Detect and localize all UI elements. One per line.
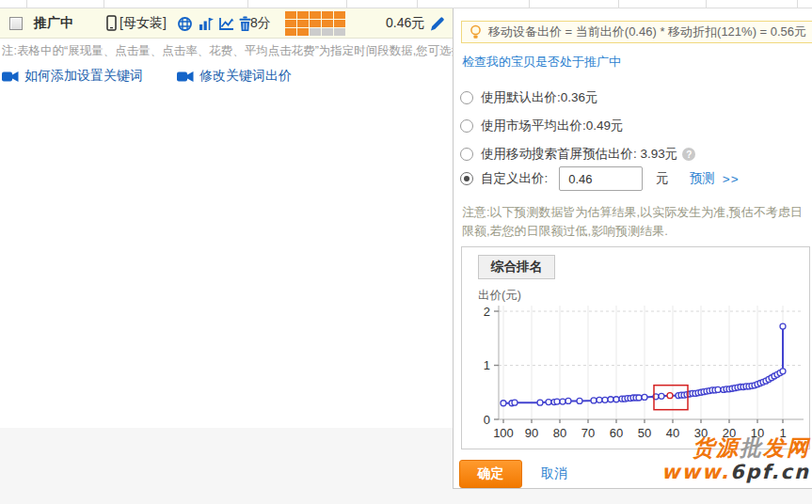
score-block <box>297 28 309 36</box>
column-divider <box>797 0 798 8</box>
svg-text:1: 1 <box>484 358 490 372</box>
score-block <box>334 20 345 27</box>
column-divider <box>26 0 27 8</box>
watermark-line2: www.6pf.cn <box>661 460 810 484</box>
score-block <box>297 11 309 19</box>
watermark-line1: 货源批发网 <box>661 435 810 460</box>
svg-text:60: 60 <box>610 426 623 440</box>
cancel-button[interactable]: 取消 <box>541 460 567 486</box>
column-divider <box>417 0 418 8</box>
custom-bid-input[interactable] <box>559 166 643 191</box>
mobile-phone-icon <box>105 15 118 36</box>
check-promotion-link[interactable]: 检查我的宝贝是否处于推广中 <box>462 54 621 71</box>
score-block <box>285 20 296 27</box>
radio-icon[interactable] <box>460 91 473 104</box>
column-divider <box>529 0 530 8</box>
unit-label: 元 <box>656 170 669 187</box>
score-block <box>334 11 345 19</box>
help-icon[interactable]: ? <box>682 148 695 161</box>
keyword-table-row: 推广中 [母女装] 8分 0.46元 <box>0 8 453 39</box>
table-header-strip <box>0 0 812 8</box>
column-divider <box>706 0 707 8</box>
tutorial-links: 如何添加设置关键词 修改关键词出价 <box>2 68 322 87</box>
radio-icon[interactable] <box>460 119 473 133</box>
option-market-average-bid[interactable]: 使用市场平均出价:0.49元 <box>460 113 624 139</box>
option-custom-bid[interactable]: 自定义出价: 元 预测 >> <box>460 165 740 192</box>
product-name: [母女装] <box>119 8 167 38</box>
watermark: 货源批发网 www.6pf.cn <box>661 435 810 484</box>
svg-text:80: 80 <box>553 426 566 440</box>
link-edit-keyword-bid[interactable]: 修改关键词出价 <box>177 68 292 85</box>
column-divider <box>103 0 104 8</box>
column-divider <box>618 0 619 8</box>
prediction-notice: 注意:以下预测数据皆为估算结果,以实际发生为准,预估不考虑日限额,若您的日限额过… <box>462 203 808 241</box>
quality-score-blocks <box>285 11 345 36</box>
svg-text:100: 100 <box>493 426 514 440</box>
confirm-button[interactable]: 确定 <box>459 460 522 488</box>
current-bid-price: 0.46元 <box>386 8 424 38</box>
svg-text:2: 2 <box>484 305 490 319</box>
score-block <box>285 11 296 19</box>
bid-rank-line-plot[interactable]: 0121009080706050403020101 <box>462 247 809 449</box>
column-divider <box>346 0 347 8</box>
report-flag-icon[interactable] <box>198 16 214 36</box>
score-block <box>322 11 333 19</box>
expand-arrows[interactable]: >> <box>723 172 740 186</box>
svg-text:70: 70 <box>581 426 595 440</box>
radio-icon[interactable] <box>460 172 473 185</box>
line-chart-icon[interactable] <box>218 16 234 36</box>
score-block <box>285 28 296 36</box>
video-camera-icon <box>2 71 19 83</box>
option-mobile-first-screen-bid[interactable]: 使用移动搜索首屏预估出价: 3.93元 ? <box>460 141 695 167</box>
score-block <box>310 28 321 36</box>
bid-setting-popup: 移动设备出价 = 当前出价(0.46) * 移动折扣(121%) = 0.56元… <box>453 8 812 489</box>
rank-prediction-chart: 综合排名 出价(元) 0121009080706050403020101 <box>461 246 810 449</box>
option-default-bid[interactable]: 使用默认出价:0.36元 <box>460 85 598 111</box>
score-block <box>310 20 321 27</box>
score-block <box>310 11 321 19</box>
score-block <box>297 20 309 27</box>
score-block <box>322 28 333 36</box>
svg-text:90: 90 <box>525 426 538 440</box>
quality-score: 8分 <box>250 8 271 38</box>
score-block <box>322 20 333 27</box>
status-badge: 推广中 <box>34 8 73 38</box>
row-checkbox[interactable] <box>9 17 23 30</box>
column-divider <box>247 0 248 8</box>
light-bulb-icon <box>470 24 482 40</box>
score-block <box>334 28 345 36</box>
tip-text: 移动设备出价 = 当前出价(0.46) * 移动折扣(121%) = 0.56元 <box>488 24 806 40</box>
predict-link[interactable]: 预测 <box>690 170 715 187</box>
svg-text:0: 0 <box>484 413 490 427</box>
link-how-to-add-keywords[interactable]: 如何添加设置关键词 <box>2 68 143 85</box>
mobile-bid-tip: 移动设备出价 = 当前出价(0.46) * 移动折扣(121%) = 0.56元 <box>461 21 812 43</box>
video-camera-icon <box>177 71 194 83</box>
svg-text:50: 50 <box>638 426 651 440</box>
radio-icon[interactable] <box>460 148 473 161</box>
edit-pencil-icon[interactable] <box>429 15 446 36</box>
target-icon[interactable] <box>177 16 193 36</box>
